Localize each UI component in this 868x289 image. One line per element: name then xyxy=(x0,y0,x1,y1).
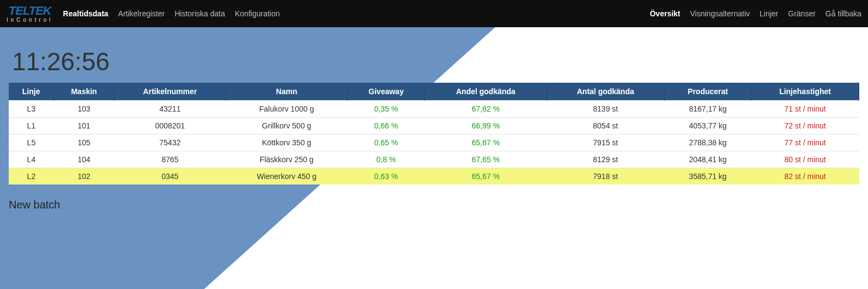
cell-maskin: 102 xyxy=(54,168,114,185)
cell-maskin: 101 xyxy=(54,118,114,134)
cell-giveaway: 0,35 % xyxy=(348,101,425,118)
cell-andel: 65,67 % xyxy=(425,168,547,185)
cell-prod: 2048,41 kg xyxy=(664,151,751,168)
nav-left-item-3[interactable]: Konfiguration xyxy=(235,9,280,18)
table-row[interactable]: L41048765Fläskkorv 250 g0,8 %67,65 %8129… xyxy=(9,151,859,168)
cell-antal: 8054 st xyxy=(547,118,664,134)
nav-left: RealtidsdataArtikelregisterHistoriska da… xyxy=(63,9,280,18)
navbar: TELTEK InControl RealtidsdataArtikelregi… xyxy=(0,0,868,27)
nav-right: ÖversiktVisningsalternativLinjerGränserG… xyxy=(650,9,861,18)
table-row[interactable]: L310343211Falukorv 1000 g0,35 %67,82 %81… xyxy=(9,101,859,118)
nav-right-item-4[interactable]: Gå tillbaka xyxy=(825,9,861,18)
cell-maskin: 105 xyxy=(54,134,114,151)
table-row[interactable]: L510575432Köttkorv 350 g0,65 %65,87 %791… xyxy=(9,134,859,151)
new-batch-button[interactable]: New batch xyxy=(9,199,859,211)
clock: 11:26:56 xyxy=(12,47,859,76)
table-header-row: LinjeMaskinArtikelnummerNamnGiveawayAnde… xyxy=(9,83,859,101)
cell-andel: 66,99 % xyxy=(425,118,547,134)
nav-right-item-2[interactable]: Linjer xyxy=(760,9,778,18)
cell-linje: L2 xyxy=(9,168,54,185)
cell-giveaway: 0,65 % xyxy=(348,134,425,151)
cell-hast: 80 st / minut xyxy=(751,151,859,168)
table-row[interactable]: L21020345Wienerkorv 450 g0,63 %65,67 %79… xyxy=(9,168,859,185)
cell-andel: 67,65 % xyxy=(425,151,547,168)
cell-namn: Köttkorv 350 g xyxy=(226,134,347,151)
cell-giveaway: 0,8 % xyxy=(348,151,425,168)
cell-prod: 3585,71 kg xyxy=(664,168,751,185)
col-0[interactable]: Linje xyxy=(9,83,54,101)
overview-table: LinjeMaskinArtikelnummerNamnGiveawayAnde… xyxy=(9,83,859,185)
cell-hast: 72 st / minut xyxy=(751,118,859,134)
brand-top: TELTEK xyxy=(9,5,51,17)
cell-prod: 2788,38 kg xyxy=(664,134,751,151)
col-5[interactable]: Andel godkända xyxy=(425,83,547,101)
cell-namn: Falukorv 1000 g xyxy=(226,101,347,118)
cell-antal: 7915 st xyxy=(547,134,664,151)
cell-hast: 77 st / minut xyxy=(751,134,859,151)
cell-namn: Wienerkorv 450 g xyxy=(226,168,347,185)
nav-left-item-2[interactable]: Historiska data xyxy=(174,9,225,18)
cell-namn: Fläskkorv 250 g xyxy=(226,151,347,168)
cell-andel: 65,87 % xyxy=(425,134,547,151)
col-7[interactable]: Producerat xyxy=(664,83,751,101)
cell-linje: L5 xyxy=(9,134,54,151)
nav-left-item-1[interactable]: Artikelregister xyxy=(118,9,165,18)
cell-hast: 82 st / minut xyxy=(751,168,859,185)
col-4[interactable]: Giveaway xyxy=(348,83,425,101)
table-body: L310343211Falukorv 1000 g0,35 %67,82 %81… xyxy=(9,101,859,185)
cell-art: 75432 xyxy=(114,134,226,151)
col-8[interactable]: Linjehastighet xyxy=(751,83,859,101)
col-6[interactable]: Antal godkända xyxy=(547,83,664,101)
col-3[interactable]: Namn xyxy=(226,83,347,101)
cell-maskin: 103 xyxy=(54,101,114,118)
nav-right-item-1[interactable]: Visningsalternativ xyxy=(690,9,750,18)
cell-art: 0345 xyxy=(114,168,226,185)
brand-sub: InControl xyxy=(7,17,53,23)
col-1[interactable]: Maskin xyxy=(54,83,114,101)
brand-logo[interactable]: TELTEK InControl xyxy=(7,5,53,23)
cell-giveaway: 0,66 % xyxy=(348,118,425,134)
table-row[interactable]: L11010008201Grillkorv 500 g0,66 %66,99 %… xyxy=(9,118,859,134)
cell-linje: L3 xyxy=(9,101,54,118)
nav-left-item-0[interactable]: Realtidsdata xyxy=(63,9,108,18)
cell-maskin: 104 xyxy=(54,151,114,168)
col-2[interactable]: Artikelnummer xyxy=(114,83,226,101)
cell-giveaway: 0,63 % xyxy=(348,168,425,185)
cell-prod: 8167,17 kg xyxy=(664,101,751,118)
cell-art: 0008201 xyxy=(114,118,226,134)
cell-andel: 67,82 % xyxy=(425,101,547,118)
cell-hast: 71 st / minut xyxy=(751,101,859,118)
cell-linje: L1 xyxy=(9,118,54,134)
nav-right-item-0[interactable]: Översikt xyxy=(650,9,680,18)
content: 11:26:56 LinjeMaskinArtikelnummerNamnGiv… xyxy=(0,27,868,211)
cell-antal: 8129 st xyxy=(547,151,664,168)
cell-prod: 4053,77 kg xyxy=(664,118,751,134)
cell-namn: Grillkorv 500 g xyxy=(226,118,347,134)
nav-right-item-3[interactable]: Gränser xyxy=(788,9,816,18)
cell-art: 8765 xyxy=(114,151,226,168)
cell-art: 43211 xyxy=(114,101,226,118)
cell-antal: 8139 st xyxy=(547,101,664,118)
cell-linje: L4 xyxy=(9,151,54,168)
cell-antal: 7918 st xyxy=(547,168,664,185)
